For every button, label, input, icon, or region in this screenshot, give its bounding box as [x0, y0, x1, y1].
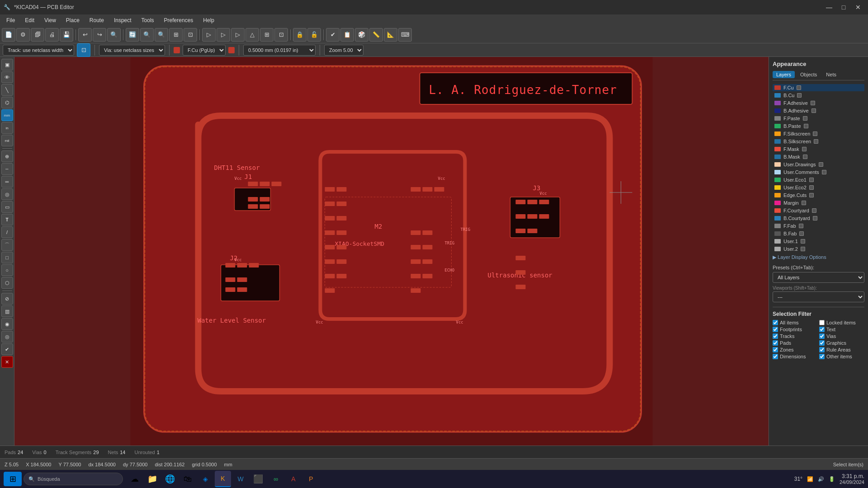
filter-checkbox-10[interactable]: [773, 354, 778, 359]
menu-item-help[interactable]: Help: [198, 16, 219, 24]
menu-item-place[interactable]: Place: [61, 16, 84, 24]
menu-item-inspect[interactable]: Inspect: [109, 16, 136, 24]
layer-item-f-paste[interactable]: F.Paste: [773, 115, 864, 122]
layer-eye-3[interactable]: [811, 108, 816, 113]
layer-item-b-mask[interactable]: B.Mask: [773, 153, 864, 160]
filter-checkbox-9[interactable]: [819, 347, 825, 352]
route5-button[interactable]: ⊞: [260, 28, 274, 42]
pad-mode-button[interactable]: ◉: [1, 318, 13, 330]
layer-eye-20[interactable]: [801, 239, 805, 244]
new-button[interactable]: 📄: [2, 28, 15, 42]
refresh-button[interactable]: 🔄: [126, 28, 139, 42]
layer-eye-13[interactable]: [809, 185, 814, 190]
layer-eye-15[interactable]: [802, 201, 806, 205]
local-ratsnest-button[interactable]: ⌬: [1, 97, 13, 108]
layer-eye-4[interactable]: [803, 116, 807, 121]
tab-nets[interactable]: Nets: [822, 71, 840, 78]
measure-button[interactable]: 📏: [369, 28, 383, 42]
layer-item-b-silkscreen[interactable]: B.Silkscreen: [773, 138, 864, 145]
undo-button[interactable]: ↩: [78, 28, 92, 42]
layer-item-f-courtyard[interactable]: F.Courtyard: [773, 207, 864, 214]
layer-item-user-eco1[interactable]: User.Eco1: [773, 176, 864, 183]
menu-item-route[interactable]: Route: [85, 16, 108, 24]
layer-item-b-adhesive[interactable]: B.Adhesive: [773, 107, 864, 114]
taskbar-app-ppt[interactable]: P: [303, 471, 319, 487]
add-arc-button[interactable]: ⌒: [1, 239, 13, 251]
layer-eye-17[interactable]: [813, 216, 817, 221]
layer-eye-7[interactable]: [814, 139, 818, 144]
filter-checkbox-3[interactable]: [819, 327, 825, 332]
route6-button[interactable]: ⊡: [274, 28, 288, 42]
filter-checkbox-5[interactable]: [819, 333, 825, 339]
layer-item-b-courtyard[interactable]: B.Courtyard: [773, 215, 864, 222]
clock[interactable]: 3:31 p.m. 24/09/2024: [840, 473, 864, 485]
layer-eye-2[interactable]: [811, 101, 815, 105]
canvas-area[interactable]: L. A. Rodriguez-de-Torner J1 J2 M2 XIAO-…: [14, 57, 769, 446]
filter-checkbox-8[interactable]: [773, 347, 778, 352]
taskbar-app-chrome[interactable]: 🌐: [162, 471, 178, 487]
minimize-button[interactable]: —: [823, 2, 835, 12]
viewports-select[interactable]: ---: [773, 291, 864, 302]
add-circle-button[interactable]: ○: [1, 264, 13, 276]
layer-eye-10[interactable]: [819, 162, 823, 167]
layer-item-user-comments[interactable]: User.Comments: [773, 169, 864, 176]
unlock-button[interactable]: 🔓: [307, 28, 321, 42]
delete-button[interactable]: ✕: [1, 356, 13, 368]
layer-item-user-2[interactable]: User.2: [773, 245, 864, 253]
layer-item-margin[interactable]: Margin: [773, 199, 864, 206]
route3-button[interactable]: ▷: [231, 28, 245, 42]
layer-item-b-paste[interactable]: B.Paste: [773, 122, 864, 130]
taskbar-app-explorer[interactable]: 📁: [144, 471, 160, 487]
tab-objects[interactable]: Objects: [797, 71, 821, 78]
filter-checkbox-11[interactable]: [819, 354, 825, 359]
tab-layers[interactable]: Layers: [773, 71, 795, 78]
units-in-button[interactable]: in: [1, 122, 13, 134]
netlist-button[interactable]: 📋: [340, 28, 354, 42]
layer-eye-19[interactable]: [799, 231, 804, 236]
scripting-button[interactable]: ⌨: [398, 28, 412, 42]
3d-button[interactable]: 🎲: [355, 28, 368, 42]
filter-checkbox-1[interactable]: [819, 320, 825, 325]
search-bar[interactable]: 🔍 Búsqueda: [24, 473, 123, 485]
properties-button[interactable]: ⚙: [16, 28, 30, 42]
print-button[interactable]: 🖨: [45, 28, 59, 42]
add-poly-button[interactable]: ⬡: [1, 277, 13, 289]
zoom-out-button[interactable]: 🔍: [155, 28, 168, 42]
design-rules-button[interactable]: 📐: [384, 28, 397, 42]
layer-display-options-toggle[interactable]: ▶ Layer Display Options: [773, 254, 864, 260]
measure-tool-button[interactable]: ╲: [1, 84, 13, 96]
units-mm-button[interactable]: mm: [1, 109, 13, 121]
layer-eye-11[interactable]: [822, 170, 826, 174]
interactive-router-settings[interactable]: ⊡: [77, 43, 90, 57]
drc-run-button[interactable]: ✔: [1, 343, 13, 355]
taskbar-app-weather[interactable]: ☁: [127, 471, 143, 487]
layer-eye-1[interactable]: [797, 93, 802, 98]
add-via-button[interactable]: ◎: [1, 188, 13, 200]
menu-item-preferences[interactable]: Preferences: [160, 16, 198, 24]
taskbar-app-kicad[interactable]: K: [215, 471, 231, 487]
select-button[interactable]: ▣: [1, 59, 13, 70]
layer-eye-16[interactable]: [812, 208, 816, 213]
layer-item-f-mask[interactable]: F.Mask: [773, 145, 864, 153]
add-text-button[interactable]: T: [1, 214, 13, 225]
menu-item-edit[interactable]: Edit: [20, 16, 39, 24]
zoom-area-button[interactable]: ⊡: [184, 28, 197, 42]
via-size-select[interactable]: Via: use netclass sizes: [99, 45, 165, 56]
taskbar-app-terminal[interactable]: ⬛: [250, 471, 266, 487]
layer-item-b-fab[interactable]: B.Fab: [773, 230, 864, 237]
layer-eye-6[interactable]: [813, 131, 817, 136]
filter-checkbox-4[interactable]: [773, 333, 778, 339]
menu-item-view[interactable]: View: [40, 16, 61, 24]
copper-zone-button[interactable]: ▥: [1, 305, 13, 317]
trace-width-select[interactable]: 0.5000 mm (0.0197 in): [243, 45, 316, 56]
layer-item-f-adhesive[interactable]: F.Adhesive: [773, 99, 864, 107]
place-comp-button[interactable]: ⊕: [1, 150, 13, 162]
menu-item-file[interactable]: File: [2, 16, 19, 24]
zoom-fit-button[interactable]: ⊞: [169, 28, 183, 42]
add-line-button[interactable]: /: [1, 226, 13, 238]
graphic-mode-button[interactable]: ⊘: [1, 293, 13, 305]
taskbar-app-arduino[interactable]: ∞: [268, 471, 284, 487]
layer-eye-21[interactable]: [801, 247, 805, 251]
layer-item-f-silkscreen[interactable]: F.Silkscreen: [773, 130, 864, 137]
layer-eye-5[interactable]: [804, 124, 808, 128]
